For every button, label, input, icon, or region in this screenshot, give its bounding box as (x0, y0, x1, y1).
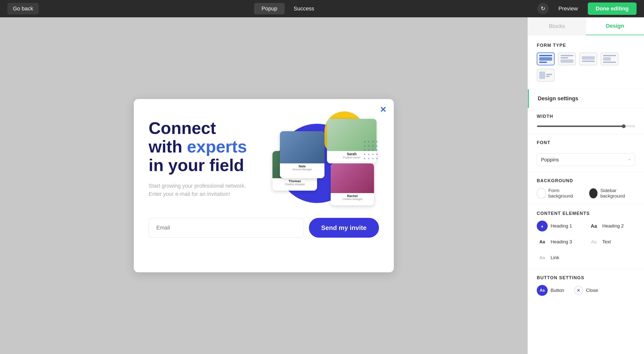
form-type-1[interactable] (537, 52, 554, 65)
background-label: BACKGROUND (537, 178, 635, 183)
button-settings-label: BUTTON SETTINGS (537, 275, 635, 281)
button-label: Button (550, 288, 564, 293)
popup-close-button[interactable]: ✕ (380, 105, 386, 114)
font-section: FONT Poppins Roboto Open Sans Lato Monts… (528, 134, 644, 172)
form-type-3[interactable] (579, 52, 597, 65)
panel-tabs: Blocks Design (528, 17, 644, 35)
sidebar-background-option: Sidebar background (589, 188, 635, 199)
sidebar-background-swatch[interactable] (589, 188, 598, 199)
content-item-h1[interactable]: ▲ Heading 1 (537, 221, 584, 231)
popup-card: ✕ Connectwith expertsin your field Start… (134, 99, 394, 272)
content-item-text[interactable]: Aa Text (588, 236, 635, 247)
h2-label: Heading 2 (602, 223, 624, 229)
sidebar-background-label: Sidebar background (600, 188, 635, 199)
form-type-section: FORM TYPE (528, 35, 644, 89)
person-card-nate: Nate Account Manager (280, 131, 324, 178)
form-type-label: FORM TYPE (537, 43, 635, 48)
form-type-4[interactable] (601, 52, 618, 65)
width-slider-wrap (537, 123, 635, 128)
h2-icon: Aa (588, 221, 600, 231)
popup-text-area: Connectwith expertsin your field Start g… (148, 111, 260, 198)
form-type-options (537, 52, 635, 82)
person-photo-nate (280, 131, 324, 163)
done-editing-button[interactable]: Done editing (588, 2, 636, 15)
canvas-area: ✕ Connectwith expertsin your field Start… (0, 17, 528, 354)
history-button[interactable]: ↻ (537, 3, 549, 14)
popup-images: Sarah Product owner Thomas Creative stra… (270, 111, 379, 205)
width-label: WIDTH (537, 114, 635, 119)
close-item[interactable]: ✕ Close (574, 286, 598, 295)
go-back-button[interactable]: Go back (8, 3, 39, 14)
popup-subtext: Start growing your professional network.… (148, 182, 260, 198)
content-item-h3[interactable]: Aa Heading 3 (537, 236, 584, 247)
form-type-2[interactable] (558, 52, 576, 65)
close-label: Close (586, 288, 598, 293)
button-settings-section: BUTTON SETTINGS Aa Button ✕ Close (528, 269, 644, 302)
form-background-swatch[interactable] (537, 188, 546, 199)
button-icon: Aa (537, 285, 548, 296)
text-label: Text (602, 239, 611, 245)
tab-design[interactable]: Design (586, 17, 644, 35)
person-role-thomas: Creative strategist (285, 183, 305, 186)
person-name-rachel: Rachel (347, 194, 358, 198)
preview-button[interactable]: Preview (554, 3, 583, 14)
close-icon: ✕ (574, 286, 583, 295)
button-items: Aa Button ✕ Close (537, 285, 635, 296)
form-background-label: Form background (548, 188, 579, 199)
person-name-nate: Nate (299, 164, 306, 168)
person-photo-rachel (331, 163, 374, 193)
form-type-5[interactable] (537, 69, 554, 82)
main-layout: ✕ Connectwith expertsin your field Start… (0, 17, 644, 354)
link-label: Link (550, 255, 559, 260)
h3-label: Heading 3 (550, 239, 572, 245)
width-section: WIDTH (528, 108, 644, 134)
content-elements-grid: ▲ Heading 1 Aa Heading 2 Aa Heading 3 Aa… (537, 221, 635, 263)
right-panel: Blocks Design FORM TYPE (528, 17, 644, 354)
popup-bottom: Send my invite (148, 218, 379, 238)
topbar: Go back Popup Success ↻ Preview Done edi… (0, 0, 644, 17)
person-role-nate: Account Manager (292, 168, 312, 171)
tab-popup[interactable]: Popup (254, 3, 285, 14)
width-slider[interactable] (537, 125, 635, 127)
person-name-thomas: Thomas (288, 179, 301, 183)
font-label: FONT (537, 140, 635, 145)
h1-icon: ▲ (537, 221, 548, 231)
button-item[interactable]: Aa Button (537, 285, 564, 296)
popup-headline: Connectwith expertsin your field (148, 119, 260, 174)
text-icon: Aa (588, 236, 600, 247)
design-settings-label: Design settings (528, 89, 644, 108)
background-section: BACKGROUND Form background Sidebar backg… (528, 172, 644, 205)
tab-success[interactable]: Success (286, 3, 322, 14)
form-background-option: Form background (537, 188, 579, 199)
h1-label: Heading 1 (550, 223, 572, 229)
content-item-h2[interactable]: Aa Heading 2 (588, 221, 635, 231)
person-role-sarah: Product owner (343, 156, 361, 159)
content-item-link[interactable]: Aa Link (537, 252, 584, 263)
content-elements-label: CONTENT ELEMENTS (537, 211, 635, 216)
background-options: Form background Sidebar background (537, 188, 635, 199)
h3-icon: Aa (537, 236, 548, 247)
popup-highlight: experts (187, 137, 247, 156)
person-name-sarah: Sarah (347, 152, 357, 156)
link-icon: Aa (537, 252, 548, 263)
dots-decoration (364, 141, 379, 161)
person-card-rachel: Rachel Creative strategist (331, 163, 374, 205)
person-role-rachel: Creative strategist (342, 198, 362, 201)
tab-blocks[interactable]: Blocks (528, 17, 586, 35)
email-input[interactable] (148, 218, 304, 238)
popup-top: Connectwith expertsin your field Start g… (148, 111, 379, 205)
content-elements-section: CONTENT ELEMENTS ▲ Heading 1 Aa Heading … (528, 205, 644, 269)
send-invite-button[interactable]: Send my invite (309, 218, 379, 238)
font-select[interactable]: Poppins Roboto Open Sans Lato Montserrat (537, 153, 635, 166)
